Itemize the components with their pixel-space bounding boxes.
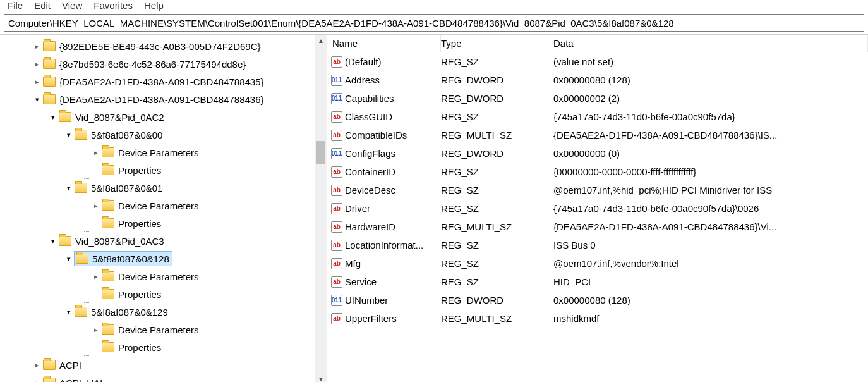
value-type: REG_MULTI_SZ: [441, 221, 553, 232]
list-row[interactable]: abUpperFilters REG_MULTI_SZ mshidkmdf: [327, 309, 868, 328]
tree-item-label: 5&f8af087&0&01: [91, 183, 162, 194]
tree-item[interactable]: ▾5&f8af087&0&00: [0, 126, 308, 144]
list-row[interactable]: 011Address REG_DWORD 0x00000080 (128): [327, 71, 868, 89]
values-list[interactable]: Name Type Data ab(Default) REG_SZ (value…: [327, 35, 868, 382]
list-row[interactable]: abClassGUID REG_SZ {745a17a0-74d3-11d0-b…: [327, 108, 868, 126]
tree-item-label: Device Parameters: [118, 271, 199, 282]
value-name: ContainerID: [345, 166, 395, 177]
value-name: Mfg: [345, 258, 361, 269]
column-data[interactable]: Data: [553, 35, 868, 52]
chevron-right-icon[interactable]: ▸: [32, 78, 43, 86]
tree-item[interactable]: ▸ACPI: [0, 356, 308, 374]
tree-item[interactable]: ▾{DEA5AE2A-D1FD-438A-A091-CBD484788436}: [0, 90, 308, 108]
tree-item[interactable]: ▸Device Parameters: [0, 321, 308, 338]
tree-item[interactable]: ▾5&f8af087&0&129: [0, 303, 308, 321]
chevron-right-icon[interactable]: ▸: [90, 326, 102, 334]
list-row[interactable]: abService REG_SZ HID_PCI: [327, 273, 868, 291]
tree-item[interactable]: ▸ACPI_HAL: [0, 374, 308, 382]
string-value-icon: ab: [331, 56, 342, 68]
tree-item-label: Device Parameters: [118, 200, 199, 211]
address-text: Computer\HKEY_LOCAL_MACHINE\SYSTEM\Contr…: [8, 18, 674, 28]
menu-view[interactable]: View: [62, 0, 82, 11]
value-type: REG_SZ: [441, 111, 553, 122]
vertical-scrollbar[interactable]: ▲ ▼: [315, 35, 327, 382]
menu-favorites[interactable]: Favorites: [93, 0, 133, 11]
value-data: {DEA5AE2A-D1FD-438A-A091-CBD484788436}\V…: [553, 221, 868, 232]
scroll-thumb[interactable]: [316, 141, 325, 164]
folder-icon: [43, 94, 56, 104]
value-type: REG_DWORD: [441, 75, 553, 85]
string-value-icon: ab: [331, 221, 342, 233]
tree-item[interactable]: ▸Device Parameters: [0, 144, 308, 161]
folder-icon: [102, 324, 114, 335]
tree-item[interactable]: ▾5&f8af087&0&128: [0, 250, 308, 268]
folder-icon: [102, 218, 114, 228]
chevron-down-icon[interactable]: ▾: [63, 184, 75, 192]
scroll-down-button[interactable]: ▼: [315, 373, 327, 382]
menu-edit[interactable]: Edit: [34, 0, 51, 11]
chevron-right-icon[interactable]: ▸: [32, 361, 43, 369]
tree-item[interactable]: ▸{892EDE5E-BE49-443c-A0B3-005D74F2D69C}: [0, 37, 308, 55]
chevron-down-icon[interactable]: ▾: [63, 255, 75, 263]
chevron-right-icon[interactable]: ▸: [32, 379, 43, 383]
string-value-icon: ab: [331, 185, 342, 196]
tree-item-label: Properties: [118, 342, 161, 353]
folder-icon: [102, 147, 114, 157]
tree-item[interactable]: Properties: [0, 285, 308, 303]
tree-item[interactable]: ▸{8e7bd593-6e6c-4c52-86a6-77175494dd8e}: [0, 55, 308, 73]
value-data: mshidkmdf: [553, 313, 868, 324]
tree-item[interactable]: Properties: [0, 161, 308, 179]
chevron-right-icon[interactable]: ▸: [90, 149, 102, 157]
value-name: UINumber: [345, 295, 388, 305]
tree-item[interactable]: ▾Vid_8087&Pid_0AC3: [0, 232, 308, 250]
chevron-right-icon[interactable]: ▸: [90, 273, 102, 281]
tree-item[interactable]: Properties: [0, 214, 308, 232]
value-data: (value not set): [553, 56, 868, 67]
chevron-right-icon[interactable]: ▸: [32, 60, 43, 68]
list-row[interactable]: 011Capabilities REG_DWORD 0x00000002 (2): [327, 89, 868, 108]
binary-value-icon: 011: [331, 295, 342, 306]
list-row[interactable]: abHardwareID REG_MULTI_SZ {DEA5AE2A-D1FD…: [327, 218, 868, 236]
tree-item[interactable]: ▸Device Parameters: [0, 268, 308, 285]
value-type: REG_SZ: [441, 258, 553, 269]
menu-help[interactable]: Help: [144, 0, 164, 11]
list-row[interactable]: ab(Default) REG_SZ (value not set): [327, 52, 868, 71]
column-type[interactable]: Type: [441, 35, 553, 52]
folder-icon: [75, 130, 87, 140]
folder-icon: [102, 200, 114, 211]
chevron-down-icon[interactable]: ▾: [47, 113, 59, 121]
list-row[interactable]: abDeviceDesc REG_SZ @oem107.inf,%hid_pci…: [327, 181, 868, 199]
value-data: 0x00000000 (0): [553, 148, 868, 159]
list-row[interactable]: abLocationInformat... REG_SZ ISS Bus 0: [327, 236, 868, 254]
chevron-right-icon[interactable]: ▸: [90, 202, 102, 210]
scroll-up-button[interactable]: ▲: [315, 35, 327, 46]
chevron-down-icon[interactable]: ▾: [63, 308, 75, 316]
menu-bar: File Edit View Favorites Help: [0, 0, 868, 11]
tree-item[interactable]: ▾5&f8af087&0&01: [0, 179, 308, 197]
chevron-right-icon[interactable]: ▸: [32, 42, 43, 51]
chevron-down-icon[interactable]: ▾: [63, 131, 75, 139]
tree-item[interactable]: ▸Device Parameters: [0, 197, 308, 214]
menu-file[interactable]: File: [8, 0, 23, 11]
address-bar[interactable]: Computer\HKEY_LOCAL_MACHINE\SYSTEM\Contr…: [4, 14, 864, 32]
chevron-down-icon[interactable]: ▾: [32, 96, 43, 104]
list-row[interactable]: abCompatibleIDs REG_MULTI_SZ {DEA5AE2A-D…: [327, 126, 868, 144]
tree-item[interactable]: ▾Vid_8087&Pid_0AC2: [0, 108, 308, 126]
tree-item-label: {DEA5AE2A-D1FD-438A-A091-CBD484788435}: [59, 77, 264, 87]
tree-item[interactable]: ▸{DEA5AE2A-D1FD-438A-A091-CBD484788435}: [0, 73, 308, 90]
chevron-down-icon[interactable]: ▾: [47, 237, 59, 245]
tree-view[interactable]: ▸{892EDE5E-BE49-443c-A0B3-005D74F2D69C}▸…: [0, 35, 308, 382]
list-header[interactable]: Name Type Data: [327, 35, 868, 52]
list-row[interactable]: abDriver REG_SZ {745a17a0-74d3-11d0-b6fe…: [327, 199, 868, 218]
column-name[interactable]: Name: [327, 35, 441, 52]
tree-item[interactable]: Properties: [0, 338, 308, 356]
tree-item-label: ACPI_HAL: [59, 378, 105, 383]
value-name: ClassGUID: [345, 111, 392, 122]
value-name: (Default): [345, 56, 382, 67]
list-row[interactable]: 011ConfigFlags REG_DWORD 0x00000000 (0): [327, 144, 868, 163]
list-row[interactable]: abContainerID REG_SZ {00000000-0000-0000…: [327, 163, 868, 181]
list-row[interactable]: abMfg REG_SZ @oem107.inf,%vendor%;Intel: [327, 254, 868, 273]
tree-item-label: 5&f8af087&0&129: [91, 307, 168, 317]
list-row[interactable]: 011UINumber REG_DWORD 0x00000080 (128): [327, 291, 868, 309]
value-name: CompatibleIDs: [345, 130, 407, 140]
